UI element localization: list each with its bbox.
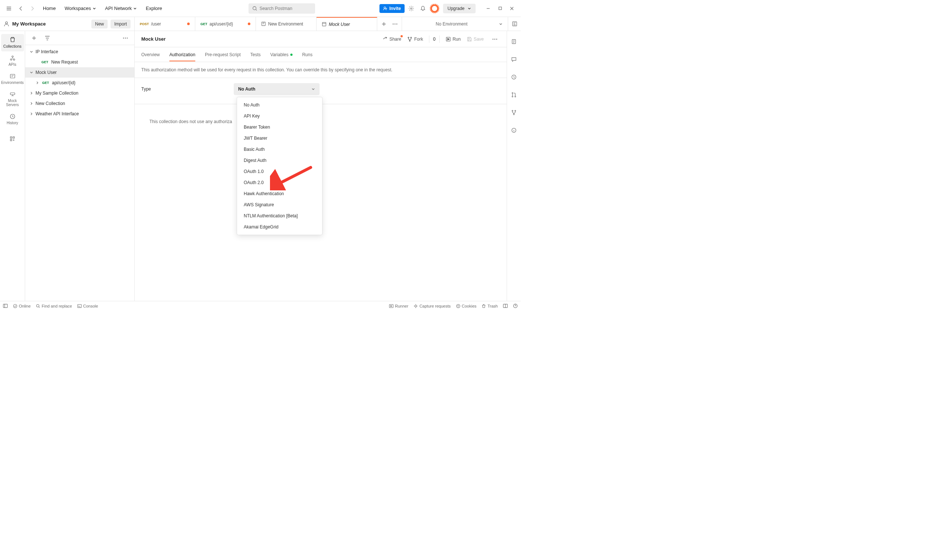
fork-rail-icon[interactable] [509, 107, 519, 117]
find-replace[interactable]: Find and replace [36, 304, 72, 308]
tab-new-environment[interactable]: New Environment [256, 17, 316, 31]
tree-folder-weather[interactable]: Weather API Interface [25, 109, 134, 119]
tab-get-user-id[interactable]: GET api/user/{id} [195, 17, 256, 31]
tree-label: api/user/{id} [52, 80, 76, 85]
subtab-variables[interactable]: Variables [270, 48, 293, 61]
cookies-link[interactable]: Cookies [456, 304, 477, 308]
dd-basic[interactable]: Basic Auth [237, 144, 322, 155]
share-button[interactable]: Share [382, 37, 401, 42]
runner-link[interactable]: Runner [389, 304, 408, 308]
tree-request-api-user-id[interactable]: GET api/user/{id} [25, 78, 134, 88]
window-maximize-icon[interactable] [495, 3, 505, 14]
dirty-dot-icon [187, 23, 190, 25]
nav-back-icon[interactable] [15, 3, 26, 14]
two-pane-icon[interactable] [503, 303, 508, 308]
main-options-icon[interactable] [490, 34, 500, 45]
history-icon [9, 114, 15, 119]
sidebar-toggle-icon[interactable] [3, 303, 8, 308]
dd-akamai[interactable]: Akamai EdgeGrid [237, 222, 322, 232]
subtab-overview[interactable]: Overview [141, 48, 160, 61]
tab-options-icon[interactable] [391, 20, 399, 28]
nav-forward-icon[interactable] [27, 3, 38, 14]
tab-post-user[interactable]: POST /user [135, 17, 195, 31]
dd-jwt[interactable]: JWT Bearer [237, 133, 322, 144]
environment-selector[interactable]: No Environment [430, 17, 508, 31]
capture-requests[interactable]: Capture requests [413, 304, 450, 308]
share-label: Share [389, 37, 401, 42]
rail-mock-servers[interactable]: Mock Servers [1, 88, 24, 110]
console-toggle[interactable]: Console [77, 304, 98, 308]
new-tab-icon[interactable] [380, 20, 388, 28]
nav-explore-label: Explore [146, 6, 162, 11]
env-quicklook-icon[interactable] [508, 17, 521, 31]
dd-oauth1[interactable]: OAuth 1.0 [237, 166, 322, 177]
dd-hawk[interactable]: Hawk Authentication [237, 188, 322, 199]
settings-icon[interactable] [406, 3, 416, 14]
subtab-tests[interactable]: Tests [250, 48, 261, 61]
dd-oauth2[interactable]: OAuth 2.0 [237, 177, 322, 188]
svg-rect-17 [10, 137, 12, 138]
global-search[interactable]: Search Postman [248, 3, 315, 14]
online-status[interactable]: Online [13, 304, 31, 308]
tree-request-new-request[interactable]: GET New Request [25, 57, 134, 67]
rail-environments[interactable]: Environments [1, 70, 24, 88]
pull-request-icon[interactable] [509, 89, 519, 100]
upgrade-label: Upgrade [447, 6, 464, 11]
nav-home[interactable]: Home [39, 3, 60, 13]
dd-digest[interactable]: Digest Auth [237, 155, 322, 166]
chevron-right-icon [35, 81, 40, 85]
dd-bearer[interactable]: Bearer Token [237, 122, 322, 133]
tab-label: /user [151, 22, 161, 27]
tree-folder-ip-interface[interactable]: IP Interface [25, 46, 134, 57]
auth-type-dropdown: No Auth API Key Bearer Token JWT Bearer … [237, 97, 322, 235]
docs-icon[interactable] [509, 36, 519, 46]
dd-api-key[interactable]: API Key [237, 111, 322, 122]
dd-aws[interactable]: AWS Signature [237, 199, 322, 210]
help-icon[interactable] [513, 303, 518, 308]
changelog-icon[interactable] [509, 72, 519, 82]
tree-folder-mock-user[interactable]: Mock User [25, 67, 134, 78]
info-icon[interactable] [509, 125, 519, 135]
runner-icon [389, 304, 393, 308]
run-button[interactable]: Run [446, 37, 461, 42]
comments-icon[interactable] [509, 54, 519, 64]
rail-apis[interactable]: APIs [1, 52, 24, 69]
tab-method: GET [200, 22, 208, 26]
auth-type-select[interactable]: No Auth [234, 83, 319, 95]
run-label: Run [453, 37, 461, 42]
filter-icon[interactable] [42, 33, 52, 43]
rail-collections[interactable]: Collections [1, 34, 24, 51]
nav-explore[interactable]: Explore [142, 3, 166, 13]
subtab-prerequest[interactable]: Pre-request Script [205, 48, 241, 61]
hamburger-icon[interactable] [4, 3, 14, 14]
subtab-runs[interactable]: Runs [302, 48, 313, 61]
upgrade-button[interactable]: Upgrade [443, 4, 476, 13]
svg-point-45 [456, 304, 460, 308]
trash-link[interactable]: Trash [481, 304, 498, 308]
tab-tools [377, 17, 402, 31]
create-new-icon[interactable] [29, 33, 39, 43]
rail-configure[interactable] [1, 134, 24, 144]
tree-folder-new-collection[interactable]: New Collection [25, 98, 134, 109]
dd-ntlm[interactable]: NTLM Authentication [Beta] [237, 210, 322, 222]
dd-no-auth[interactable]: No Auth [237, 99, 322, 111]
fork-button[interactable]: Fork [407, 37, 423, 42]
variables-indicator-icon [290, 54, 293, 56]
window-minimize-icon[interactable] [483, 3, 493, 14]
sidebar-options-icon[interactable] [120, 33, 131, 43]
save-button[interactable]: Save [467, 37, 484, 42]
invite-button[interactable]: Invite [379, 4, 405, 13]
fork-label: Fork [414, 37, 423, 42]
import-button[interactable]: Import [111, 20, 131, 28]
tab-mock-user[interactable]: Mock User [316, 17, 377, 31]
new-button[interactable]: New [91, 20, 108, 28]
tree-folder-sample[interactable]: My Sample Collection [25, 88, 134, 98]
subtab-authorization[interactable]: Authorization [170, 48, 195, 61]
nav-api-network[interactable]: API Network [101, 3, 140, 13]
rail-history[interactable]: History [1, 111, 24, 128]
user-avatar[interactable] [430, 4, 439, 13]
svg-point-7 [393, 23, 394, 25]
notifications-icon[interactable] [418, 3, 428, 14]
window-close-icon[interactable] [507, 3, 517, 14]
nav-workspaces[interactable]: Workspaces [61, 3, 100, 13]
